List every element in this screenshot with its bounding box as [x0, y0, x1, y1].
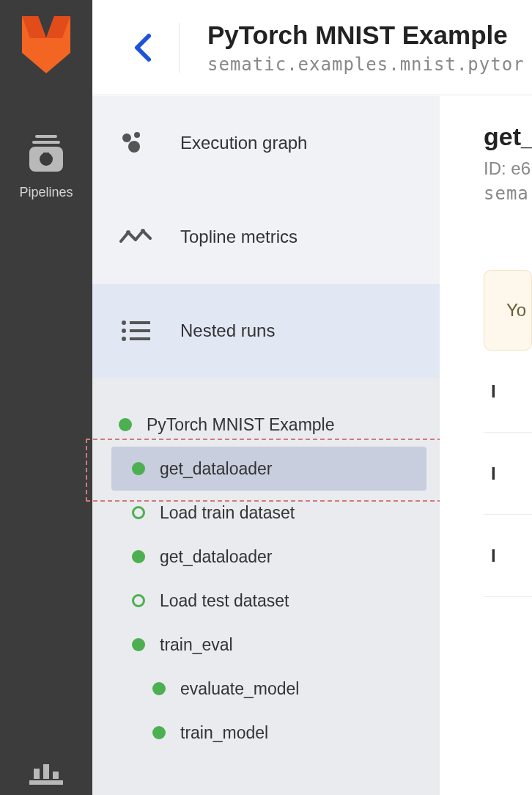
tree-label: Load train dataset [160, 503, 295, 523]
svg-rect-20 [130, 329, 150, 332]
app-logo[interactable] [22, 16, 70, 76]
svg-rect-22 [130, 337, 150, 340]
svg-rect-3 [35, 135, 57, 138]
tree-label: get_dataloader [160, 547, 272, 567]
tree-row[interactable]: Load test dataset [92, 579, 440, 623]
svg-point-19 [122, 329, 126, 333]
status-dot-icon [132, 594, 145, 607]
nav-execution-graph[interactable]: Execution graph [92, 96, 440, 190]
sidebar-item-pipelines[interactable]: Pipelines [19, 135, 73, 200]
status-dot-icon [132, 462, 145, 475]
svg-rect-9 [34, 769, 40, 779]
svg-point-14 [128, 141, 140, 153]
svg-rect-4 [32, 141, 60, 144]
list-icon [119, 320, 152, 342]
tree-label: train_model [180, 723, 268, 743]
tree-label: Load test dataset [160, 591, 289, 611]
svg-rect-8 [29, 780, 63, 785]
status-dot-icon [152, 682, 166, 695]
tree-row[interactable]: PyTorch MNIST Example [92, 403, 440, 447]
svg-point-12 [122, 133, 131, 142]
page-title: PyTorch MNIST Example [207, 21, 525, 50]
tree-label: train_eval [160, 635, 233, 655]
svg-point-21 [122, 337, 126, 341]
status-dot-icon [132, 550, 145, 563]
tree-row[interactable]: train_eval [92, 623, 440, 667]
nav-label: Topline metrics [180, 227, 298, 247]
tree-label: get_dataloader [160, 459, 272, 479]
side-panel: Execution graph Topline metrics Nested r… [92, 96, 440, 795]
tree-label: evaluate_model [180, 679, 299, 699]
details-pane: get_ ID: e6 sema Yo I I I [440, 96, 532, 795]
tree-row[interactable]: get_dataloader [92, 535, 440, 579]
details-row[interactable]: I [484, 433, 532, 515]
nav-nested-runs[interactable]: Nested runs [92, 284, 440, 378]
svg-rect-7 [43, 153, 49, 157]
details-row[interactable]: I [484, 515, 532, 597]
tree-label: PyTorch MNIST Example [147, 415, 334, 435]
tree-row[interactable]: train_model [92, 711, 440, 755]
header: PyTorch MNIST Example sematic.examples.m… [92, 0, 532, 95]
nav-label: Nested runs [180, 320, 275, 341]
svg-point-13 [134, 132, 140, 138]
header-title-block: PyTorch MNIST Example sematic.examples.m… [207, 21, 525, 75]
status-dot-icon [152, 726, 166, 739]
details-callout: Yo [484, 270, 532, 351]
nav-topline-metrics[interactable]: Topline metrics [92, 190, 440, 284]
svg-point-17 [122, 320, 126, 325]
pipelines-icon [29, 135, 63, 175]
details-row[interactable]: I [484, 351, 532, 433]
status-dot-icon [132, 638, 145, 651]
run-tree: PyTorch MNIST Example get_dataloader Loa… [92, 378, 440, 795]
scatter-icon [119, 132, 152, 154]
chevron-left-icon [133, 33, 152, 62]
page-subtitle: sematic.examples.mnist.pytor [207, 54, 525, 75]
back-button[interactable] [120, 26, 164, 70]
svg-rect-10 [43, 764, 49, 779]
details-title: get_ [484, 122, 532, 151]
sidebar-item-label: Pipelines [19, 185, 73, 200]
line-chart-icon [119, 228, 152, 246]
sidebar-bottom-icon[interactable] [29, 764, 63, 789]
svg-rect-18 [130, 321, 150, 324]
svg-point-16 [141, 229, 145, 233]
tree-row[interactable]: evaluate_model [92, 667, 440, 711]
svg-point-15 [126, 230, 130, 235]
status-dot-icon [132, 506, 145, 519]
nav-label: Execution graph [180, 133, 307, 153]
svg-rect-11 [53, 772, 59, 779]
tree-row[interactable]: Load train dataset [92, 491, 440, 535]
status-dot-icon [119, 418, 132, 431]
divider [179, 23, 180, 73]
tree-row[interactable]: get_dataloader [92, 447, 440, 491]
sidebar: Pipelines [0, 0, 92, 795]
details-path: sema [484, 183, 532, 204]
details-id: ID: e6 [484, 158, 532, 179]
